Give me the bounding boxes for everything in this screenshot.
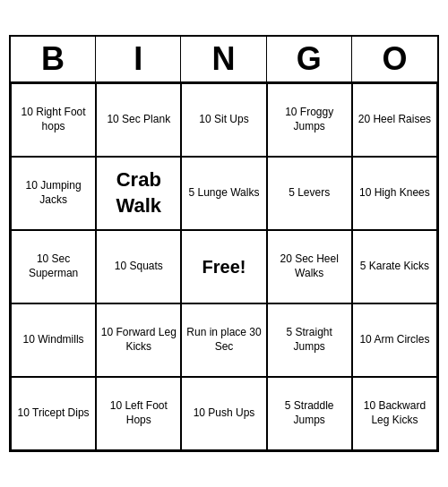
bingo-cell[interactable]: 20 Heel Raises <box>352 83 437 157</box>
bingo-letter: I <box>96 37 181 81</box>
bingo-cell[interactable]: 20 Sec Heel Walks <box>267 230 352 303</box>
bingo-cell[interactable]: 10 Sec Superman <box>11 230 96 303</box>
free-space[interactable]: Free! <box>181 230 266 303</box>
bingo-cell[interactable]: 10 Jumping Jacks <box>11 157 96 230</box>
bingo-cell[interactable]: 10 Windmills <box>11 303 96 377</box>
bingo-letter: N <box>181 37 266 81</box>
bingo-cell[interactable]: 10 Squats <box>96 230 181 303</box>
bingo-cell[interactable]: 10 Sec Plank <box>96 83 181 157</box>
bingo-letter: O <box>352 37 437 81</box>
bingo-letter: B <box>11 37 96 81</box>
bingo-cell[interactable]: 10 Backward Leg Kicks <box>352 377 437 450</box>
bingo-cell[interactable]: 5 Lunge Walks <box>181 157 266 230</box>
bingo-cell[interactable]: 5 Levers <box>267 157 352 230</box>
bingo-cell[interactable]: 5 Karate Kicks <box>352 230 437 303</box>
bingo-card: BINGO 10 Right Foot hops10 Sec Plank10 S… <box>9 35 439 452</box>
bingo-cell[interactable]: 10 Left Foot Hops <box>96 377 181 450</box>
bingo-cell[interactable]: 10 High Knees <box>352 157 437 230</box>
bingo-cell[interactable]: 10 Tricept Dips <box>11 377 96 450</box>
bingo-cell[interactable]: Run in place 30 Sec <box>181 303 266 377</box>
bingo-cell[interactable]: 10 Right Foot hops <box>11 83 96 157</box>
bingo-cell[interactable]: 10 Froggy Jumps <box>267 83 352 157</box>
bingo-cell[interactable]: 5 Straddle Jumps <box>267 377 352 450</box>
bingo-letter: G <box>267 37 352 81</box>
bingo-grid: 10 Right Foot hops10 Sec Plank10 Sit Ups… <box>11 83 437 450</box>
bingo-cell[interactable]: 10 Sit Ups <box>181 83 266 157</box>
bingo-cell[interactable]: 10 Push Ups <box>181 377 266 450</box>
bingo-cell[interactable]: 10 Arm Circles <box>352 303 437 377</box>
bingo-cell[interactable]: Crab Walk <box>96 157 181 230</box>
bingo-header: BINGO <box>11 37 437 83</box>
bingo-cell[interactable]: 10 Forward Leg Kicks <box>96 303 181 377</box>
bingo-cell[interactable]: 5 Straight Jumps <box>267 303 352 377</box>
